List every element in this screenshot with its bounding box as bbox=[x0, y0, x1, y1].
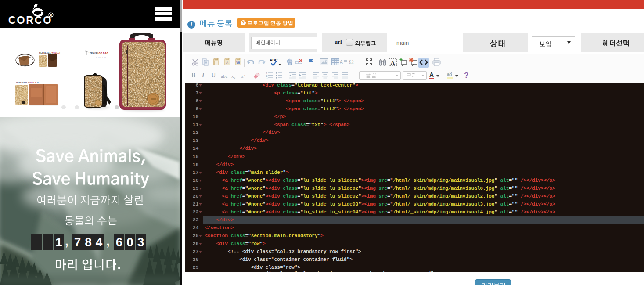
svg-text:CORCO: CORCO bbox=[8, 14, 52, 26]
svg-text:A: A bbox=[391, 59, 395, 66]
svg-text:A: A bbox=[340, 60, 343, 65]
svg-text:3: 3 bbox=[266, 77, 268, 79]
svg-text:W: W bbox=[236, 61, 240, 65]
svg-text:A: A bbox=[226, 61, 228, 65]
svg-text:A: A bbox=[429, 71, 434, 78]
svg-text:Ω: Ω bbox=[349, 59, 353, 65]
svg-text:R: R bbox=[50, 14, 52, 17]
